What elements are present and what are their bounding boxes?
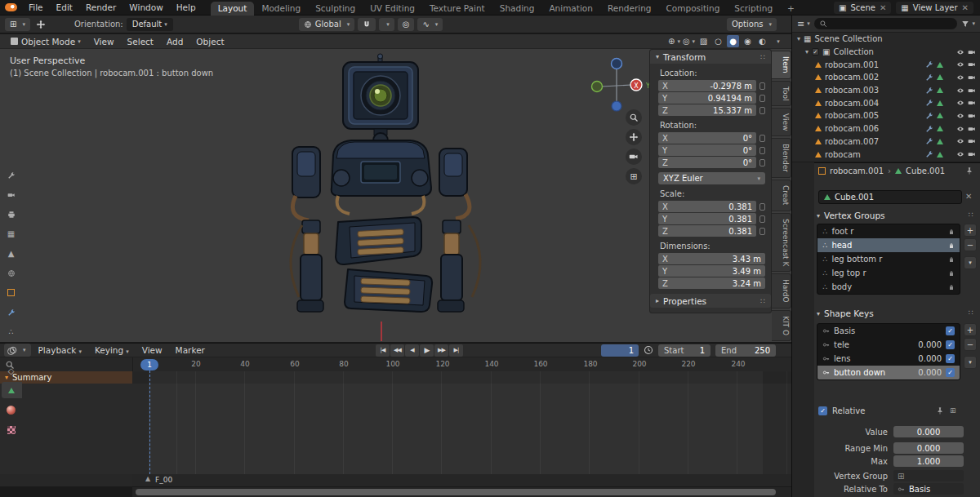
snap-dropdown[interactable] [379,18,394,31]
object-row[interactable]: robocam.006 [792,122,980,135]
n-tab-creat[interactable]: Creat [772,180,791,211]
gizmo-y-axis[interactable] [592,82,603,92]
expand-triangle-icon[interactable]: ▾ [797,35,800,42]
scale-x-field[interactable]: X0.381 [658,201,756,212]
workspace-tab-modeling[interactable]: Modeling [254,2,308,16]
lock-icon[interactable] [948,270,955,277]
n-tab-hardops[interactable]: HardO [772,273,791,308]
n-tab-blender[interactable]: Blender [772,138,791,178]
hide-eye-icon[interactable] [956,150,964,158]
location-x-field[interactable]: X-0.2978 m [658,80,756,91]
properties-panel-header[interactable]: ▸ Properties ∷ [650,294,771,308]
options-dropdown[interactable]: Options [727,18,777,31]
move-tool-icon[interactable] [33,20,48,29]
disable-render-icon[interactable] [968,99,976,107]
lock-icon[interactable] [760,95,765,102]
object-row[interactable]: robocam.002 [792,71,980,84]
vertex-group-row[interactable]: ∴ leg top r [817,266,960,280]
vertex-group-row[interactable]: ∴ body [817,280,960,294]
lock-icon[interactable] [760,147,765,154]
vertex-group-field[interactable]: ⊞ [893,470,964,481]
n-tab-view[interactable]: View [772,108,791,136]
proportional-falloff-dropdown[interactable]: ∿ [417,18,443,31]
camera-view-button[interactable] [626,149,642,165]
vertex-groups-header[interactable]: ▾ Vertex Groups [817,211,885,220]
current-frame-indicator[interactable]: 1 [140,359,158,371]
shape-key-row[interactable]: lens 0.000 [817,352,960,366]
dimensions-z-field[interactable]: Z3.24 m [658,277,765,289]
max-field[interactable]: 1.000 [893,455,964,467]
workspace-tab-uv-editing[interactable]: UV Editing [363,2,422,16]
preview-range-clock-icon[interactable] [644,345,653,355]
lock-icon[interactable] [760,215,765,223]
tab-modifiers[interactable] [2,304,20,320]
remove-vertex-group-button[interactable]: − [964,238,977,251]
display-mode-dropdown[interactable]: ≡ [797,19,810,29]
scale-z-field[interactable]: Z0.381 [658,225,756,237]
shape-key-row[interactable]: Basis [817,324,960,338]
shape-key-mute-checkbox[interactable] [946,354,955,363]
lock-icon[interactable] [760,135,765,142]
workspace-tab-texture-paint[interactable]: Texture Paint [422,2,492,16]
tab-output[interactable] [2,206,20,222]
unlink-view-layer-icon[interactable]: ✕ [962,3,969,12]
robot-model[interactable] [270,51,531,341]
rotation-y-field[interactable]: Y0° [658,144,756,156]
channel-search[interactable] [0,357,132,371]
viewport-menu-select[interactable]: Select [122,37,159,47]
relative-checkbox-row[interactable]: Relative [818,406,865,415]
relative-to-field[interactable]: Basis [893,483,964,495]
scene-collection-row[interactable]: ▾ ▦ Scene Collection [792,33,980,46]
disable-render-icon[interactable] [968,73,976,82]
tab-scene[interactable]: ▲ [2,246,20,261]
menu-help[interactable]: Help [170,0,203,16]
vertex-group-specials-button[interactable]: ▾ [964,256,977,269]
workspace-tab-shading[interactable]: Shading [492,2,542,16]
object-row[interactable]: robocam.004 [792,96,980,109]
shading-rendered-button[interactable]: ◐ [756,35,768,47]
panel-menu-icon[interactable]: ∷ [969,211,973,219]
n-tab-screencast[interactable]: Screencast K [772,213,791,272]
disable-render-icon[interactable] [968,125,976,133]
lock-icon[interactable] [948,242,955,249]
add-vertex-group-button[interactable]: + [964,224,977,237]
previous-keyframe-button[interactable]: ◀◀ [390,344,404,357]
disable-render-icon[interactable] [968,60,976,69]
menu-render[interactable]: Render [79,0,122,16]
collection-row[interactable]: ▾ ▣ Collection [792,46,980,59]
frame-start-field[interactable]: Start 1 [658,344,710,357]
blender-logo-icon[interactable] [5,3,17,11]
workspace-tab-sculpting[interactable]: Sculpting [308,2,363,16]
n-tab-item[interactable]: Item [772,51,791,79]
timeline-ruler[interactable]: 20 40 60 80 100 120 140 160 180 200 220 … [132,357,791,371]
lock-icon[interactable] [948,284,955,291]
rotation-x-field[interactable]: X0° [658,132,756,144]
object-row[interactable]: robocam.005 [792,109,980,122]
shape-key-mute-checkbox[interactable] [946,368,955,377]
tab-texture[interactable] [2,422,20,437]
remove-shape-key-button[interactable]: − [964,338,977,351]
unlink-scene-icon[interactable]: ✕ [880,3,886,12]
timeline-menu-keying[interactable]: Keying [89,345,135,355]
hide-eye-icon[interactable] [956,73,964,82]
disable-render-icon[interactable] [968,150,976,158]
rotation-mode-dropdown[interactable]: XYZ Euler [658,172,765,184]
vertex-group-row[interactable]: ∴ foot r [817,224,960,238]
location-z-field[interactable]: Z15.337 m [658,104,756,116]
filter-dropdown[interactable] [961,20,975,28]
add-workspace-button[interactable]: + [780,2,802,16]
menu-file[interactable]: File [22,0,50,16]
tab-object-data[interactable] [2,383,20,398]
marker-triangle-icon[interactable]: ▲ [145,475,150,482]
disable-render-icon[interactable] [968,112,976,120]
edit-mode-display-icon[interactable]: ⊞ [950,406,956,415]
tab-render[interactable] [2,187,20,202]
object-row[interactable]: robocam.003 [792,84,980,97]
menu-window[interactable]: Window [122,0,169,16]
lock-icon[interactable] [948,229,955,235]
scale-y-field[interactable]: Y0.381 [658,213,756,224]
workspace-tab-animation[interactable]: Animation [541,2,600,16]
gizmo-z-axis[interactable] [612,59,622,69]
tab-object[interactable] [2,285,20,300]
timeline-menu-view[interactable]: View [136,345,168,355]
